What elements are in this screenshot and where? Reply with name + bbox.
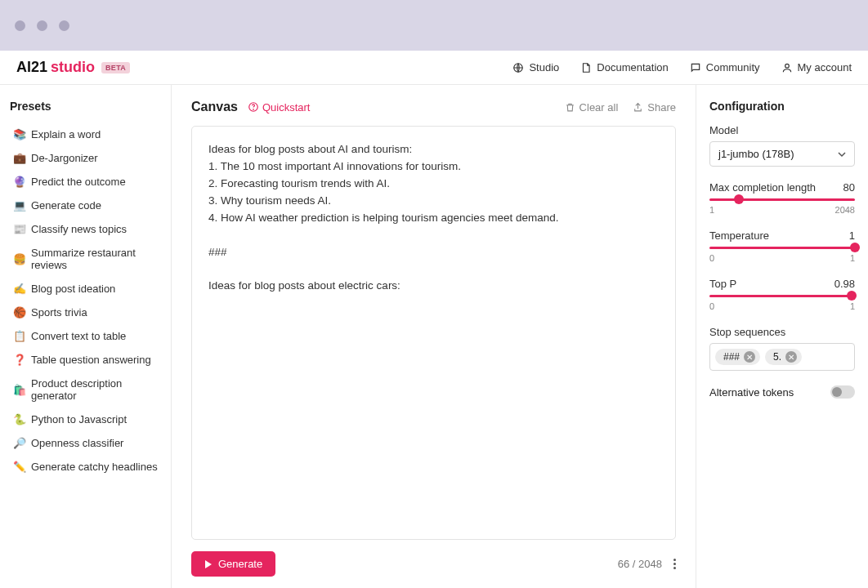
share-label: Share (647, 101, 676, 114)
preset-emoji-icon: 📰 (13, 223, 26, 235)
stop-sequences-input[interactable]: ###✕5.✕ (709, 343, 855, 371)
max-length-group: Max completion length 80 1 2048 (709, 181, 855, 215)
temperature-max: 1 (850, 253, 855, 263)
preset-item[interactable]: 📰Classify news topics (10, 217, 161, 241)
nav-account-label: My account (798, 61, 852, 74)
preset-item[interactable]: 📚Explain a word (10, 122, 161, 146)
window-dot (15, 20, 25, 31)
topp-max: 1 (850, 301, 855, 311)
document-icon (580, 62, 592, 74)
preset-item[interactable]: 🍔Summarize restaurant reviews (10, 241, 161, 277)
preset-emoji-icon: ✏️ (13, 461, 26, 473)
preset-item[interactable]: 🔮Predict the outcome (10, 170, 161, 194)
model-value: j1-jumbo (178B) (718, 148, 794, 160)
preset-item[interactable]: ❓Table question answering (10, 348, 161, 372)
share-button[interactable]: Share (633, 101, 676, 114)
generate-label: Generate (218, 558, 262, 570)
preset-label: Predict the outcome (31, 176, 126, 188)
preset-item[interactable]: ✏️Generate catchy headlines (10, 455, 161, 479)
preset-label: De-Jargonizer (31, 152, 98, 164)
nav-docs[interactable]: Documentation (580, 61, 668, 74)
preset-label: Generate code (31, 199, 101, 212)
sidebar-title: Presets (10, 100, 161, 113)
preset-label: Python to Javascript (31, 413, 127, 425)
preset-item[interactable]: 🛍️Product description generator (10, 372, 161, 408)
remove-chip-icon[interactable]: ✕ (744, 351, 755, 363)
preset-label: Summarize restaurant reviews (31, 247, 158, 271)
nav-docs-label: Documentation (597, 61, 668, 74)
temperature-slider[interactable] (709, 247, 855, 249)
topp-label: Top P (709, 278, 736, 290)
preset-item[interactable]: ✍️Blog post ideation (10, 277, 161, 301)
max-length-max: 2048 (835, 205, 855, 215)
preset-label: Openness classifier (31, 437, 123, 449)
tokens-area: 66 / 2048 (618, 558, 676, 570)
preset-label: Generate catchy headlines (31, 461, 158, 473)
chat-icon (690, 62, 701, 74)
clear-all-button[interactable]: Clear all (565, 101, 619, 114)
alt-tokens-label: Alternative tokens (709, 386, 794, 399)
temperature-group: Temperature 1 0 1 (709, 229, 855, 263)
more-menu-button[interactable] (673, 559, 676, 569)
preset-label: Convert text to table (31, 330, 126, 342)
logo-part2: studio (51, 59, 95, 76)
nav-community-label: Community (706, 61, 760, 74)
help-icon (248, 101, 259, 113)
trash-icon (565, 102, 575, 113)
temperature-min: 0 (709, 253, 714, 263)
preset-item[interactable]: 🐍Python to Javascript (10, 408, 161, 431)
preset-emoji-icon: 🍔 (13, 253, 26, 265)
window-dot (59, 20, 69, 31)
preset-label: Classify news topics (31, 223, 127, 235)
stop-token-chip: 5.✕ (765, 349, 802, 365)
user-icon (781, 62, 793, 74)
preset-item[interactable]: 💼De-Jargonizer (10, 146, 161, 170)
preset-item[interactable]: 💻Generate code (10, 194, 161, 217)
window-dot (37, 20, 47, 31)
beta-badge: BETA (101, 62, 130, 74)
temperature-label: Temperature (709, 229, 769, 242)
nav-account[interactable]: My account (781, 61, 852, 74)
preset-emoji-icon: 📚 (13, 128, 26, 140)
window-chrome (0, 0, 868, 51)
preset-item[interactable]: 🏀Sports trivia (10, 301, 161, 324)
stop-sequences-group: Stop sequences ###✕5.✕ (709, 326, 855, 371)
preset-emoji-icon: 🔎 (13, 437, 26, 449)
canvas-area: Canvas Quickstart Clear all Share Ideas … (172, 85, 696, 588)
nav-community[interactable]: Community (690, 61, 760, 74)
share-icon (633, 102, 643, 113)
quickstart-link[interactable]: Quickstart (248, 101, 311, 114)
model-label: Model (709, 124, 738, 136)
preset-label: Product description generator (31, 377, 158, 402)
nav-studio[interactable]: Studio (512, 61, 559, 74)
preset-item[interactable]: 📋Convert text to table (10, 324, 161, 348)
stop-sequences-label: Stop sequences (709, 326, 785, 338)
model-select[interactable]: j1-jumbo (178B) (709, 141, 855, 167)
topp-group: Top P 0.98 0 1 (709, 278, 855, 311)
preset-list: 📚Explain a word💼De-Jargonizer🔮Predict th… (10, 122, 161, 479)
remove-chip-icon[interactable]: ✕ (785, 351, 797, 363)
generate-button[interactable]: Generate (191, 551, 275, 577)
svg-point-3 (253, 109, 254, 110)
canvas-bottombar: Generate 66 / 2048 (191, 540, 676, 580)
max-length-slider[interactable] (709, 198, 855, 201)
play-icon (204, 560, 213, 568)
stop-token-chip: ###✕ (715, 349, 760, 365)
preset-item[interactable]: 🔎Openness classifier (10, 431, 161, 455)
stop-token-text: ### (723, 351, 740, 363)
topp-slider[interactable] (709, 295, 855, 297)
preset-emoji-icon: 💻 (13, 199, 26, 212)
max-length-min: 1 (709, 205, 714, 215)
logo-part1: AI21 (16, 59, 47, 76)
sidebar: Presets 📚Explain a word💼De-Jargonizer🔮Pr… (0, 85, 172, 588)
chevron-down-icon (838, 150, 846, 158)
preset-emoji-icon: 🐍 (13, 413, 26, 425)
logo[interactable]: AI21 studio BETA (16, 59, 130, 76)
preset-emoji-icon: ❓ (13, 354, 26, 366)
alt-tokens-toggle[interactable] (830, 385, 855, 399)
preset-emoji-icon: 🔮 (13, 176, 26, 188)
temperature-value: 1 (849, 229, 855, 242)
preset-label: Table question answering (31, 354, 151, 366)
token-count: 66 / 2048 (618, 558, 662, 570)
prompt-textarea[interactable]: Ideas for blog posts about AI and touris… (191, 126, 676, 540)
